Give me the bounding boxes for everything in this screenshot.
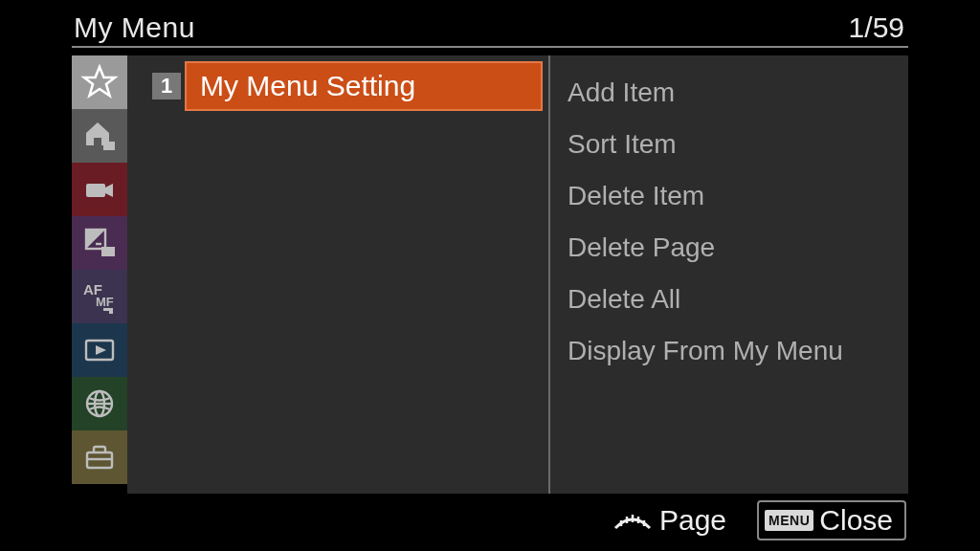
submenu-item-add[interactable]: Add Item: [568, 67, 908, 119]
exposure-icon: [80, 224, 119, 262]
footer-bar: Page MENU Close: [72, 497, 908, 543]
home-icon: [80, 117, 119, 155]
dial-icon: [612, 509, 654, 532]
svg-rect-0: [103, 142, 115, 150]
submenu-column: Add Item Sort Item Delete Item Delete Pa…: [548, 55, 908, 494]
star-icon: [80, 63, 119, 101]
menu-badge: MENU: [765, 510, 813, 531]
sidebar-tab-network[interactable]: [72, 377, 127, 430]
header-bar: My Menu 1/59: [72, 6, 908, 48]
submenu-item-delete-page[interactable]: Delete Page: [568, 222, 908, 274]
sidebar-tab-exposure[interactable]: [72, 216, 127, 270]
sidebar-tab-my-menu[interactable]: [72, 55, 127, 109]
svg-text:MF: MF: [96, 295, 114, 309]
page-title: My Menu: [72, 11, 195, 44]
submenu-item-display-from[interactable]: Display From My Menu: [568, 325, 908, 377]
page-indicator: 1/59: [849, 11, 908, 44]
menu-list-column: 1 My Menu Setting: [127, 55, 548, 494]
play-icon: [80, 331, 119, 369]
toolbox-icon: [80, 438, 119, 476]
page-control-label: Page: [659, 504, 726, 537]
menu-item-my-menu-setting[interactable]: My Menu Setting: [185, 61, 543, 111]
page-control[interactable]: Page: [612, 504, 726, 537]
svg-rect-1: [86, 184, 105, 197]
sidebar-tab-playback[interactable]: [72, 323, 127, 377]
submenu-item-sort[interactable]: Sort Item: [568, 119, 908, 170]
main-panel: 1 My Menu Setting Add Item Sort Item Del…: [127, 55, 908, 494]
sidebar-tab-main[interactable]: [72, 109, 127, 163]
submenu-item-delete-all[interactable]: Delete All: [568, 274, 908, 325]
svg-rect-6: [101, 247, 115, 256]
afmf-icon: AF MF: [80, 277, 119, 316]
sidebar-tab-focus[interactable]: AF MF: [72, 270, 127, 323]
close-button[interactable]: MENU Close: [757, 500, 906, 540]
sidebar-tab-shooting[interactable]: [72, 163, 127, 216]
globe-icon: [80, 385, 119, 423]
video-camera-icon: [80, 170, 119, 209]
page-number-badge: 1: [152, 73, 181, 99]
sidebar: AF MF: [72, 55, 127, 484]
submenu-item-delete-item[interactable]: Delete Item: [568, 170, 908, 222]
sidebar-tab-setup[interactable]: [72, 430, 127, 484]
close-button-label: Close: [819, 504, 893, 537]
